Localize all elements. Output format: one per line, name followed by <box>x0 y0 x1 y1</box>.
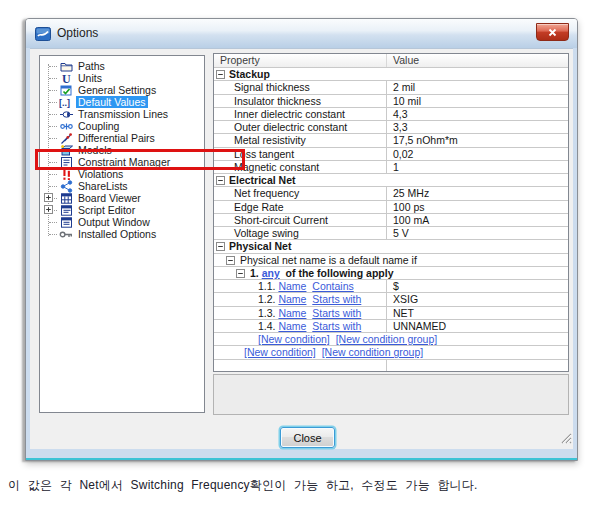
sidebar-item-board-viewer[interactable]: Board Viewer <box>40 192 204 204</box>
property-value[interactable]: 100 ps <box>387 201 568 213</box>
condition-field-link[interactable]: Name <box>278 307 306 319</box>
expand-icon[interactable] <box>44 193 53 202</box>
sidebar-item-label: Output Window <box>76 216 152 228</box>
table-row: Physical net name is a default name if <box>214 254 568 267</box>
property-value[interactable]: 10 mil <box>387 95 568 107</box>
table-row <box>214 360 568 373</box>
sidebar-item-paths[interactable]: Paths <box>40 60 204 72</box>
collapse-icon[interactable] <box>226 256 235 265</box>
table-row-insulator-thickness: Insulator thickness10 mil <box>214 95 568 108</box>
column-header-value[interactable]: Value <box>387 54 568 67</box>
sidebar-item-label: Paths <box>76 60 107 72</box>
condition-field-link[interactable]: Name <box>278 293 306 305</box>
new-condition-group-link[interactable]: [New condition group] <box>322 346 424 358</box>
property-value[interactable]: 0,02 <box>387 148 568 160</box>
condition-number: 1.1. <box>258 280 278 292</box>
detail-panel <box>213 374 569 415</box>
new-condition-group-link[interactable]: [New condition group] <box>336 333 438 345</box>
property-value[interactable]: 2 mil <box>387 81 568 93</box>
annotation-caption: 이 값은 각 Net에서 Switching Frequency확인이 가능 하… <box>8 477 478 494</box>
table-row: 1. any of the following apply <box>214 267 568 280</box>
new-condition-link[interactable]: [New condition] <box>244 346 316 358</box>
condition-value[interactable]: $ <box>387 280 568 292</box>
expand-icon[interactable] <box>44 205 53 214</box>
condition-field-link[interactable]: Name <box>278 320 306 332</box>
sidebar-item-label: Board Viewer <box>76 192 143 204</box>
property-name: Net frequency <box>214 187 387 199</box>
sidebar-item-label: Default Values <box>76 96 148 108</box>
property-name: Signal thickness <box>214 81 387 93</box>
property-name: Outer dielectric constant <box>214 121 387 133</box>
sidebar-item-differential-pairs[interactable]: Differential Pairs <box>40 132 204 144</box>
table-row-loss-tangent: Loss tangent0,02 <box>214 148 568 161</box>
property-value[interactable]: 100 mA <box>387 214 568 226</box>
sidebar-item-coupling[interactable]: Coupling <box>40 120 204 132</box>
collapse-icon[interactable] <box>236 269 245 278</box>
condition-cell: 1.1. Name Contains <box>214 280 387 292</box>
property-value[interactable]: 4,3 <box>387 108 568 120</box>
sidebar-item-models[interactable]: Models <box>40 144 204 156</box>
table-header: PropertyValue <box>214 54 568 68</box>
table-row: 1.4. Name Starts withUNNAMED <box>214 320 568 333</box>
sidebar-item-transmission-lines[interactable]: Transmission Lines <box>40 108 204 120</box>
property-value[interactable]: 17,5 nOhm*m <box>387 134 568 146</box>
window-frame-accent <box>26 458 577 461</box>
sidebar-item-sharelists[interactable]: ShareLists <box>40 180 204 192</box>
close-icon <box>548 28 557 37</box>
sidebar-item-installed-options[interactable]: Installed Options <box>40 228 204 240</box>
svg-text:[..]: [..] <box>59 98 70 108</box>
condition-field-link[interactable]: Name <box>278 280 306 292</box>
sidebar-item-units[interactable]: UUnits <box>40 72 204 84</box>
condition-operator-link[interactable]: Starts with <box>312 320 361 332</box>
window-frame-right <box>573 48 577 458</box>
property-name: Edge Rate <box>214 201 387 213</box>
condition-value[interactable]: UNNAMED <box>387 320 568 332</box>
rule-number: 1. <box>250 267 262 279</box>
table-row-edge-rate: Edge Rate100 ps <box>214 201 568 214</box>
app-icon <box>35 26 51 42</box>
property-name: Metal resistivity <box>214 134 387 146</box>
table-row: [New condition] [New condition group] <box>214 346 568 359</box>
condition-operator-link[interactable]: Starts with <box>312 307 361 319</box>
condition-number: 1.2. <box>258 293 278 305</box>
collapse-icon[interactable] <box>216 242 225 251</box>
sidebar-item-constraint-manager[interactable]: Constraint Manager <box>40 156 204 168</box>
table-row: 1.2. Name Starts withXSIG <box>214 293 568 306</box>
table-row-metal-resistivity: Metal resistivity17,5 nOhm*m <box>214 134 568 147</box>
close-button[interactable]: Close <box>280 427 335 448</box>
empty-cell <box>214 360 387 372</box>
sidebar-item-label: Script Editor <box>76 204 137 216</box>
property-value[interactable]: 1 <box>387 161 568 173</box>
rule-text: Physical net name is a default name if <box>214 254 417 266</box>
sidebar-item-default-values[interactable]: [..]Default Values <box>40 96 204 108</box>
sidebar-item-general-settings[interactable]: General Settings <box>40 84 204 96</box>
sidebar-item-label: Violations <box>76 168 125 180</box>
property-name: Inner dielectric constant <box>214 108 387 120</box>
table-row: 1.1. Name Contains$ <box>214 280 568 293</box>
sidebar-item-label: Coupling <box>76 120 121 132</box>
sidebar-item-script-editor[interactable]: Script Editor <box>40 204 204 216</box>
condition-operator-link[interactable]: Starts with <box>312 293 361 305</box>
dialog-titlebar[interactable]: Options <box>26 19 577 49</box>
resize-grip[interactable] <box>560 430 572 448</box>
sidebar-item-output-window[interactable]: Output Window <box>40 216 204 228</box>
titlebar-close-button[interactable] <box>536 23 569 41</box>
condition-number: 1.4. <box>258 320 278 332</box>
sidebar-item-label: Models <box>76 144 114 156</box>
condition-operator-link[interactable]: Contains <box>312 280 353 292</box>
property-value[interactable]: 5 V <box>387 227 568 239</box>
condition-value[interactable]: XSIG <box>387 293 568 305</box>
condition-value[interactable]: NET <box>387 307 568 319</box>
table-row-short-circuit-current: Short-circuit Current100 mA <box>214 214 568 227</box>
property-value[interactable]: 25 MHz <box>387 187 568 199</box>
property-value[interactable]: 3,3 <box>387 121 568 133</box>
collapse-icon[interactable] <box>216 70 225 79</box>
new-condition-link[interactable]: [New condition] <box>258 333 330 345</box>
empty-cell <box>387 360 568 372</box>
table-row: Stackup <box>214 68 568 81</box>
collapse-icon[interactable] <box>216 176 225 185</box>
sidebar-item-violations[interactable]: Violations <box>40 168 204 180</box>
column-header-property[interactable]: Property <box>214 54 387 67</box>
table-row-net-frequency: Net frequency25 MHz <box>214 187 568 200</box>
any-link[interactable]: any <box>262 267 280 279</box>
